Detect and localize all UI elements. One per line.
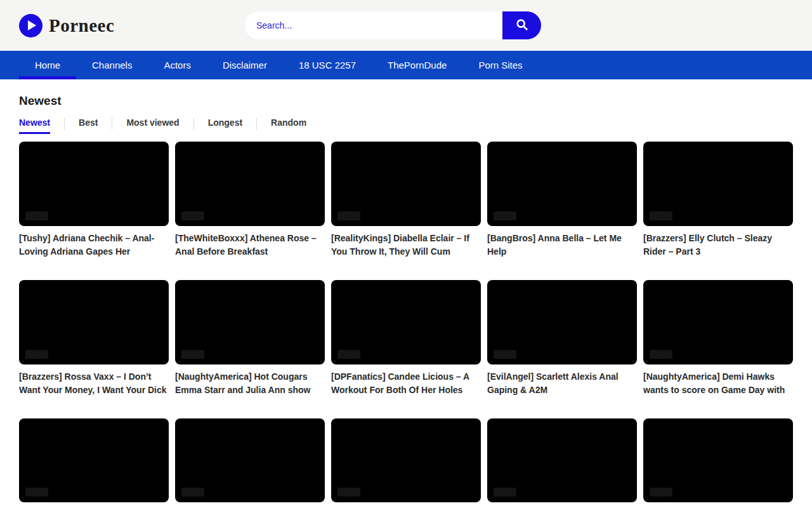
nav-item-actors[interactable]: Actors [148,51,207,79]
video-title[interactable]: [TheWhiteBoxxx] Athenea Rose – Anal Befo… [175,232,325,258]
video-thumbnail [487,418,637,503]
duration-badge [650,350,672,359]
video-title[interactable]: [DPFanatics] Candee Licious – A Workout … [331,370,481,397]
video-thumbnail [175,280,325,364]
main-content: Newest Newest Best Most viewed Longest R… [0,94,812,508]
duration-badge [337,350,360,359]
page-title: Newest [19,94,793,108]
video-card[interactable]: [Tushy] Adriana Chechik – Anal-Loving Ad… [19,142,169,258]
play-icon [19,14,43,37]
video-thumbnail [643,280,793,364]
duration-badge [181,350,204,359]
video-title[interactable]: [Brazzers] Rossa Vaxx – I Don’t Want You… [19,370,169,397]
tab-divider [193,117,194,130]
brand-name: Porneec [49,15,114,36]
tab-random[interactable]: Random [271,116,306,134]
video-thumbnail [19,280,169,364]
video-title[interactable]: [Tushy] Adriana Chechik – Anal-Loving Ad… [19,232,169,258]
video-card[interactable]: [TheWhiteBoxxx] Athenea Rose – Anal Befo… [175,142,325,258]
video-title[interactable]: [NaughtyAmerica] Hot Cougars Emma Starr … [175,370,325,397]
video-card[interactable]: [NaughtyAmerica] Hot Cougars Emma Starr … [175,280,325,397]
video-card[interactable]: [Brazzers] Elly Clutch – Sleazy Rider – … [643,142,793,258]
video-card[interactable]: [EvilAngel] Scarlett Alexis Anal Gaping … [487,280,637,397]
video-card[interactable]: [RealityKings] Diabella Eclair – If You … [331,142,481,258]
duration-badge [181,211,204,220]
duration-badge [650,211,672,220]
video-card[interactable]: [DPFanatics] Candee Licious – A Workout … [331,280,481,397]
main-nav: Home Channels Actors Disclaimer 18 USC 2… [0,51,812,79]
video-card[interactable] [331,418,481,508]
video-thumbnail [643,418,793,503]
site-header: Porneec [0,0,812,51]
video-thumbnail [643,142,793,226]
video-title[interactable]: [RealityKings] Diabella Eclair – If You … [331,232,481,258]
nav-item-theporndude[interactable]: ThePornDude [372,51,462,79]
video-card[interactable] [487,418,637,508]
video-thumbnail [19,418,169,503]
video-thumbnail [487,142,637,226]
video-thumbnail [487,280,637,364]
video-title[interactable]: [BangBros] Anna Bella – Let Me Help [487,232,637,258]
tab-divider [256,117,257,130]
search-input[interactable] [245,11,502,39]
tab-longest[interactable]: Longest [208,116,242,134]
tab-newest[interactable]: Newest [19,116,50,134]
nav-item-channels[interactable]: Channels [76,51,148,79]
sort-tabs: Newest Best Most viewed Longest Random [19,116,793,134]
duration-badge [494,211,516,220]
duration-badge [494,350,516,359]
video-card[interactable]: [NaughtyAmerica] Demi Hawks wants to sco… [643,280,793,397]
duration-badge [25,488,48,497]
video-card[interactable]: [BangBros] Anna Bella – Let Me Help [487,142,637,258]
duration-badge [181,488,204,497]
search-icon [515,18,529,34]
tab-best[interactable]: Best [79,116,98,134]
duration-badge [337,211,360,220]
nav-item-disclaimer[interactable]: Disclaimer [207,51,283,79]
video-card[interactable] [19,418,169,508]
video-title[interactable]: [Brazzers] Elly Clutch – Sleazy Rider – … [643,232,793,258]
video-card[interactable] [643,418,793,508]
tab-most-viewed[interactable]: Most viewed [126,116,179,134]
duration-badge [650,488,672,497]
video-title[interactable]: [EvilAngel] Scarlett Alexis Anal Gaping … [487,370,637,397]
search-form [245,11,541,39]
video-thumbnail [331,418,481,503]
search-button[interactable] [502,11,541,39]
tab-divider [64,117,65,130]
nav-item-home[interactable]: Home [19,51,76,79]
duration-badge [494,488,516,497]
duration-badge [25,350,48,359]
video-card[interactable]: [Brazzers] Rossa Vaxx – I Don’t Want You… [19,280,169,397]
video-grid: [Tushy] Adriana Chechik – Anal-Loving Ad… [19,142,793,508]
video-thumbnail [331,280,481,364]
duration-badge [337,488,360,497]
duration-badge [25,211,48,220]
video-thumbnail [19,142,169,226]
video-card[interactable] [175,418,325,508]
nav-item-porn-sites[interactable]: Porn Sites [462,51,538,79]
tab-divider [112,117,112,130]
video-title[interactable]: [NaughtyAmerica] Demi Hawks wants to sco… [643,370,793,397]
nav-item-18-usc-2257[interactable]: 18 USC 2257 [283,51,372,79]
video-thumbnail [331,142,481,226]
video-thumbnail [175,418,325,503]
site-logo[interactable]: Porneec [19,14,114,37]
video-thumbnail [175,142,325,226]
